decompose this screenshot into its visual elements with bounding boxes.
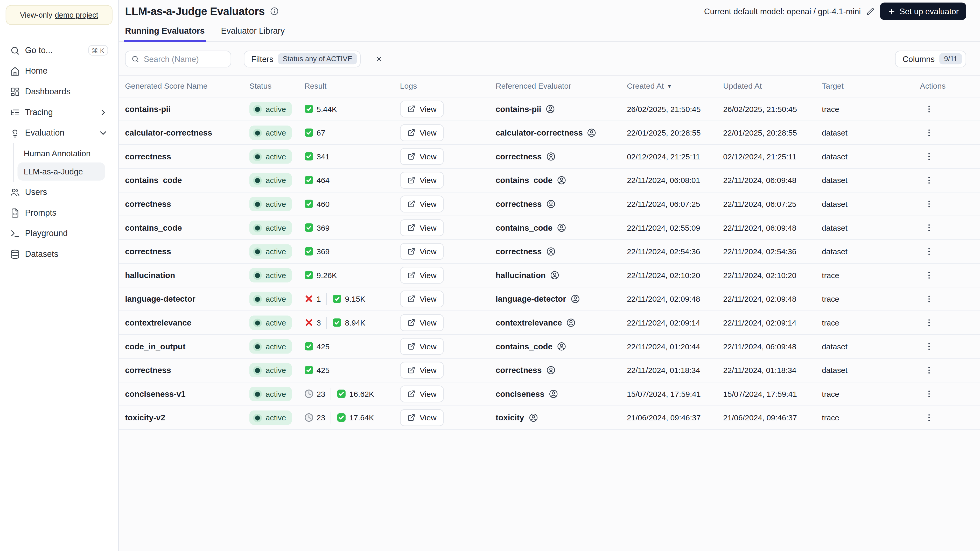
table-row[interactable]: toxicity-v2 active 2317.64K View toxicit… <box>119 406 980 430</box>
view-logs-button[interactable]: View <box>400 362 444 379</box>
view-logs-button[interactable]: View <box>400 338 444 355</box>
column-header-referenced-evaluator[interactable]: Referenced Evaluator <box>496 82 627 91</box>
tab-evaluator-library[interactable]: Evaluator Library <box>221 26 285 41</box>
table-row[interactable]: correctness active 341 View correctness … <box>119 144 980 168</box>
table-row[interactable]: correctness active 460 View correctness … <box>119 192 980 216</box>
external-link-icon <box>407 295 415 303</box>
result-cell: 9.26K <box>304 271 400 279</box>
referenced-evaluator-name: correctness <box>496 152 542 161</box>
column-header-name[interactable]: Generated Score Name <box>125 82 250 91</box>
sidebar-item-home[interactable]: Home <box>6 60 113 81</box>
view-label: View <box>420 389 437 399</box>
kebab-icon <box>924 389 934 399</box>
updated-at-value: 22/11/2024, 02:09:48 <box>723 295 822 303</box>
search-input[interactable] <box>144 54 225 64</box>
referenced-evaluator-name: toxicity <box>496 413 524 422</box>
kebab-menu-button[interactable] <box>922 268 936 282</box>
sidebar-item-dashboards[interactable]: Dashboards <box>6 81 113 102</box>
created-at-value: 22/11/2024, 06:08:01 <box>627 176 723 185</box>
referenced-evaluator-name: correctness <box>496 247 542 256</box>
table-row[interactable]: hallucination active 9.26K View hallucin… <box>119 263 980 287</box>
table-row[interactable]: calculator-correctness active 67 View ca… <box>119 121 980 144</box>
table-row[interactable]: correctness active 425 View correctness … <box>119 358 980 382</box>
referenced-evaluator-name: contains_code <box>496 223 552 232</box>
sidebar-item-users[interactable]: Users <box>6 182 113 203</box>
created-at-value: 22/11/2024, 02:10:20 <box>627 271 723 279</box>
view-logs-button[interactable]: View <box>400 385 444 402</box>
sidebar-item-label: Playground <box>25 229 108 238</box>
sidebar-item-llm-as-a-judge[interactable]: LLM-as-a-Judge <box>18 162 105 181</box>
generated-score-name: contains-pii <box>125 105 170 114</box>
view-logs-button[interactable]: View <box>400 267 444 284</box>
default-model-label: Current default model: openai / gpt-4.1-… <box>704 6 861 16</box>
sidebar-item-evaluation[interactable]: Evaluation <box>6 122 113 143</box>
kebab-menu-button[interactable] <box>922 387 936 401</box>
column-header-updated-at[interactable]: Updated At <box>723 82 822 91</box>
set-up-evaluator-button[interactable]: Set up evaluator <box>880 3 966 20</box>
view-logs-button[interactable]: View <box>400 219 444 236</box>
kebab-menu-button[interactable] <box>922 197 936 211</box>
table-row[interactable]: conciseness-v1 active 2316.62K View conc… <box>119 382 980 406</box>
table-row[interactable]: contextrelevance active 38.94K View cont… <box>119 311 980 334</box>
column-header-status[interactable]: Status <box>250 82 304 91</box>
filter-chip-status[interactable]: Status any of ACTIVE <box>278 53 357 64</box>
search-box[interactable] <box>125 50 231 67</box>
kebab-menu-button[interactable] <box>922 149 936 164</box>
view-logs-button[interactable]: View <box>400 314 444 331</box>
sidebar-nav: Go to... ⌘ K Home Dashboards Tracing Eva… <box>6 40 113 264</box>
column-header-logs[interactable]: Logs <box>400 82 496 91</box>
kebab-menu-button[interactable] <box>922 173 936 187</box>
table-row[interactable]: code_in_output active 425 View contains_… <box>119 334 980 358</box>
external-link-icon <box>407 272 415 279</box>
table-row[interactable]: contains_code active 464 View contains_c… <box>119 168 980 192</box>
edit-model-pencil-icon[interactable] <box>867 7 875 15</box>
sidebar-item-tracing[interactable]: Tracing <box>6 102 113 122</box>
view-logs-button[interactable]: View <box>400 291 444 307</box>
view-logs-button[interactable]: View <box>400 196 444 213</box>
kebab-icon <box>924 318 934 327</box>
demo-project-link[interactable]: demo project <box>55 11 98 19</box>
view-logs-button[interactable]: View <box>400 100 444 118</box>
kebab-menu-button[interactable] <box>922 126 936 140</box>
kebab-menu-button[interactable] <box>922 102 936 116</box>
kebab-menu-button[interactable] <box>922 221 936 235</box>
sidebar-item-prompts[interactable]: Prompts <box>6 202 113 223</box>
table-row[interactable]: correctness active 369 View correctness … <box>119 239 980 263</box>
view-logs-button[interactable]: View <box>400 409 444 426</box>
filters-button[interactable]: Filters Status any of ACTIVE <box>244 50 360 67</box>
sidebar-item-human-annotation[interactable]: Human Annotation <box>18 144 105 162</box>
page-header: LLM-as-a-Judge Evaluators Current defaul… <box>125 4 966 19</box>
created-at-value: 22/11/2024, 02:09:14 <box>627 318 723 327</box>
view-logs-button[interactable]: View <box>400 172 444 189</box>
kebab-menu-button[interactable] <box>922 363 936 377</box>
columns-button[interactable]: Columns 9/11 <box>895 50 966 67</box>
kebab-menu-button[interactable] <box>922 315 936 330</box>
pending-count: 23 <box>304 389 325 399</box>
kebab-menu-button[interactable] <box>922 245 936 259</box>
info-icon[interactable] <box>270 7 278 16</box>
table-row[interactable]: contains-pii active 5.44K View contains-… <box>119 97 980 121</box>
view-logs-button[interactable]: View <box>400 148 444 165</box>
table-row[interactable]: contains_code active 369 View contains_c… <box>119 216 980 240</box>
kebab-menu-button[interactable] <box>922 292 936 306</box>
kebab-menu-button[interactable] <box>922 411 936 425</box>
tab-running-evaluators[interactable]: Running Evaluators <box>125 26 205 41</box>
clear-filters-button[interactable] <box>371 51 387 67</box>
updated-at-value: 26/02/2025, 21:50:45 <box>723 105 822 114</box>
sidebar-item-datasets[interactable]: Datasets <box>6 244 113 264</box>
column-header-result[interactable]: Result <box>304 82 400 91</box>
kebab-menu-button[interactable] <box>922 339 936 354</box>
sidebar-item-playground[interactable]: Playground <box>6 223 113 244</box>
view-logs-button[interactable]: View <box>400 124 444 141</box>
view-logs-button[interactable]: View <box>400 243 444 260</box>
result-cell: 369 <box>304 223 400 232</box>
chevron-right-icon <box>98 107 108 117</box>
sidebar-item-goto[interactable]: Go to... ⌘ K <box>6 40 113 60</box>
status-badge: active <box>250 411 292 425</box>
table-row[interactable]: language-detector active 19.15K View lan… <box>119 287 980 311</box>
success-count: 17.64K <box>337 413 374 422</box>
column-header-target[interactable]: Target <box>822 82 920 91</box>
evaluators-table: Generated Score Name Status Result Logs … <box>119 75 980 430</box>
column-header-created-at[interactable]: Created At▼ <box>627 82 723 91</box>
kebab-icon <box>924 294 934 303</box>
